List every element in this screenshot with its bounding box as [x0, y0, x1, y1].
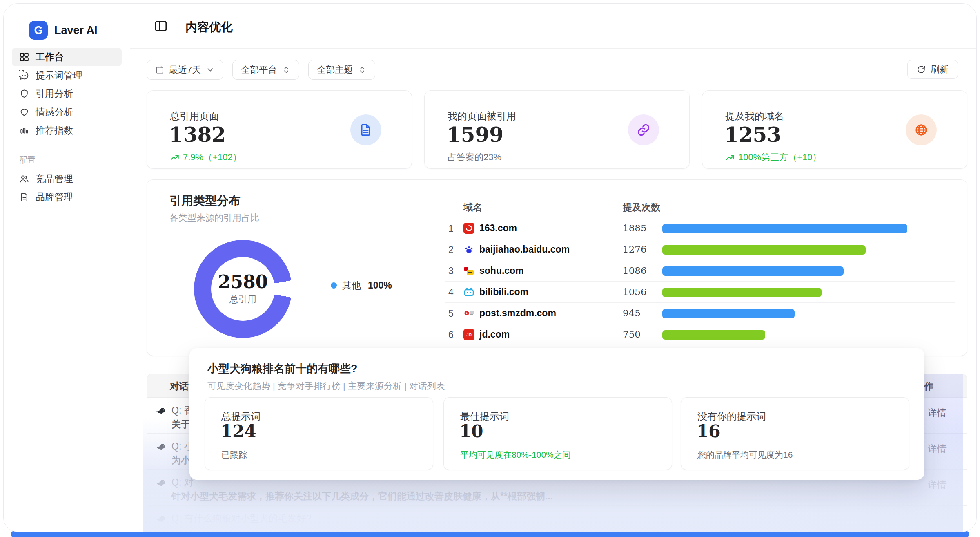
stat-label: 总引用页面 — [170, 110, 219, 123]
chat-icon — [19, 70, 29, 81]
sidebar-toggle-icon[interactable] — [154, 19, 168, 33]
page-title: 内容优化 — [185, 19, 233, 36]
stat-sub: 占答案的23% — [448, 151, 501, 163]
platform-value: 全部平台 — [241, 64, 277, 76]
sidebar-item-workbench[interactable]: 工作台 — [12, 48, 122, 66]
answer-text: 针对小型犬毛发需求，推荐你关注以下几类成分，它们能通过改善皮肤健康，从**根部强… — [172, 490, 910, 503]
date-range-select[interactable]: 最近7天 — [147, 60, 223, 80]
sidebar-item-label: 竞品管理 — [36, 172, 73, 185]
card-value: 124 — [220, 421, 256, 441]
card-sub: 平均可见度在80%-100%之间 — [460, 449, 571, 461]
stat-value: 1382 — [169, 123, 226, 147]
table-row[interactable]: 5 post.smzdm.com 945 — [445, 303, 955, 324]
panel-subtitle: 各类型来源的引用占比 — [169, 212, 259, 224]
panel-title: 引用类型分布 — [169, 193, 241, 209]
column-header-dialog: 对话 — [170, 380, 189, 393]
mention-bar — [662, 288, 907, 297]
stat-label: 我的页面被引用 — [448, 110, 516, 123]
citation-distribution-panel: 引用类型分布 各类型来源的引用占比 2580 总引用 其他 100% 域名 提及… — [147, 179, 967, 356]
prompt-detail-overlay: 小型犬狗粮排名前十的有哪些? 可见度变化趋势 | 竞争对手排行榜 | 主要来源分… — [189, 348, 924, 480]
card-sub: 已跟踪 — [221, 449, 247, 461]
overlay-card-total-prompts: 总提示词 124 已跟踪 — [205, 397, 433, 470]
sidebar-item-label: 情感分析 — [36, 106, 73, 119]
smzdm-icon — [463, 308, 474, 319]
donut-total-value: 2580 — [218, 272, 268, 292]
stat-card-domain-mentions: 提及我的域名 1253 100%第三方（+10） — [702, 90, 967, 169]
donut-legend: 其他 100% — [331, 279, 392, 292]
sidebar-nav: 工作台 提示词管理 引用分析 情感分析 推荐指数 配置 — [12, 48, 122, 206]
stat-value: 1253 — [724, 123, 781, 147]
mention-bar — [662, 224, 907, 233]
brand-name: Laver AI — [54, 24, 98, 37]
sidebar-item-recommendation-index[interactable]: 推荐指数 — [12, 121, 122, 140]
brand-logo: G Laver AI — [29, 21, 98, 40]
mention-bar — [662, 245, 907, 255]
bar-chart-icon — [19, 125, 29, 136]
grid-icon — [19, 52, 29, 62]
svg-text:JD: JD — [466, 333, 472, 337]
whale-icon — [155, 404, 167, 416]
filter-bar: 最近7天 全部平台 全部主题 — [147, 60, 375, 80]
sidebar-item-citation-analysis[interactable]: 引用分析 — [12, 85, 122, 103]
stat-card-total-cited-pages: 总引用页面 1382 7.9%（+102） — [147, 90, 412, 169]
table-row[interactable]: 2 baijiahao.baidu.com 1276 — [445, 239, 955, 260]
platform-select[interactable]: 全部平台 — [232, 60, 299, 80]
domain-mentions-table: 域名 提及次数 1 163.com 1885 2 — [445, 180, 967, 356]
shield-icon — [19, 89, 29, 99]
users-icon — [19, 174, 29, 184]
chevron-down-icon — [206, 65, 215, 74]
sidebar-item-label: 引用分析 — [36, 87, 73, 100]
sidebar-item-brand-management[interactable]: 品牌管理 — [12, 188, 122, 206]
netease-icon — [463, 223, 474, 234]
donut-center: 2580 总引用 — [211, 257, 275, 321]
table-row[interactable]: 6 JD jd.com 750 — [445, 324, 955, 345]
whale-icon — [155, 476, 167, 488]
app-window: G Laver AI 工作台 提示词管理 引用分析 情感分析 — [3, 3, 977, 532]
detail-link[interactable]: 详情 — [928, 479, 947, 491]
table-row[interactable]: 4 bilibili.com 1056 — [445, 282, 955, 303]
sidebar: G Laver AI 工作台 提示词管理 引用分析 情感分析 — [4, 4, 130, 532]
question-text: Q: 有什么狗粮对小型犬的毛发好? — [172, 512, 910, 525]
mention-bar — [662, 330, 907, 340]
overlay-title: 小型犬狗粮排名前十的有哪些? — [207, 361, 358, 376]
table-row[interactable]: 3 sohu.com 1086 — [445, 260, 955, 282]
sidebar-item-sentiment-analysis[interactable]: 情感分析 — [12, 103, 122, 121]
sohu-icon — [463, 265, 474, 276]
card-value: 16 — [697, 421, 720, 441]
mention-bar — [662, 266, 907, 276]
stat-card-my-pages-cited: 我的页面被引用 1599 占答案的23% — [424, 90, 690, 169]
detail-link[interactable]: 详情 — [928, 443, 947, 455]
chevrons-up-down-icon — [358, 65, 367, 74]
sidebar-item-label: 提示词管理 — [36, 69, 82, 82]
calendar-icon — [155, 65, 164, 74]
sidebar-item-competitor-management[interactable]: 竞品管理 — [12, 170, 122, 188]
topbar: 内容优化 — [130, 4, 976, 49]
refresh-icon — [917, 65, 926, 74]
table-row[interactable]: 1 163.com 1885 — [445, 218, 955, 239]
detail-link[interactable]: 详情 — [928, 407, 947, 419]
table-header-divider — [445, 217, 955, 217]
stat-delta: 7.9%（+102） — [170, 151, 242, 163]
table-header: 域名 提及次数 — [445, 201, 955, 216]
conversation-row[interactable]: Q: 有什么狗粮对小型犬的毛发好? — [147, 506, 967, 532]
heart-icon — [19, 107, 29, 117]
bilibili-icon — [463, 286, 474, 298]
jd-icon: JD — [463, 329, 474, 340]
document-icon — [350, 114, 381, 145]
whale-icon — [155, 512, 167, 524]
refresh-label: 刷新 — [931, 63, 949, 76]
trend-up-icon — [725, 152, 735, 162]
topic-select[interactable]: 全部主题 — [308, 60, 375, 80]
column-header-domain: 域名 — [463, 201, 482, 214]
stat-label: 提及我的域名 — [725, 110, 784, 123]
sidebar-item-prompt-management[interactable]: 提示词管理 — [12, 66, 122, 85]
bottom-accent-strip — [11, 531, 969, 537]
refresh-button[interactable]: 刷新 — [907, 60, 958, 79]
legend-dot — [331, 282, 337, 289]
overlay-card-missing-prompts: 没有你的提示词 16 您的品牌平均可见度为16 — [681, 397, 909, 470]
card-sub: 您的品牌平均可见度为16 — [697, 449, 793, 461]
card-value: 10 — [459, 421, 483, 441]
brand-file-icon — [19, 192, 29, 202]
mention-bar — [662, 309, 907, 318]
trend-up-icon — [170, 152, 180, 162]
